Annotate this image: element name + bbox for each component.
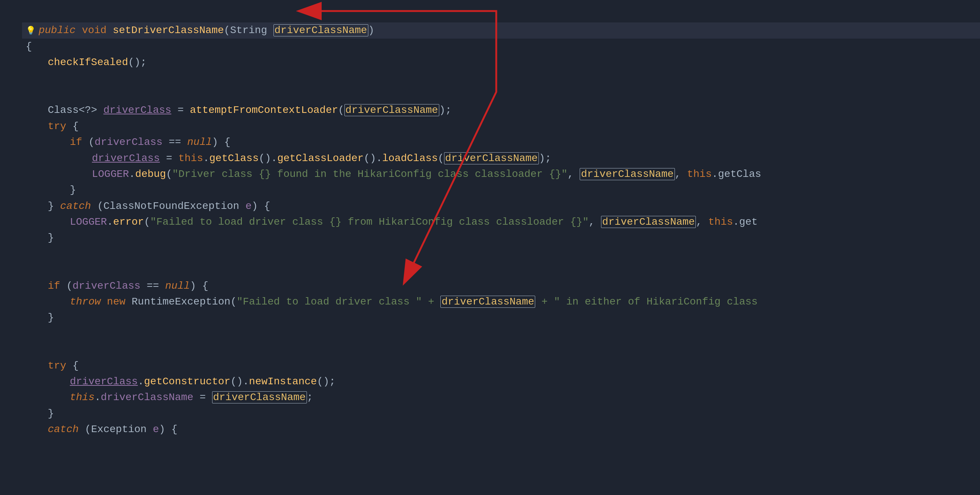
code-line-8: if (driverClass == null) { [22, 134, 980, 150]
code-editor: 💡public void setDriverClassName(String d… [0, 0, 980, 444]
code-line-11: } [22, 182, 980, 198]
code-line-1: 💡public void setDriverClassName(String d… [22, 22, 980, 38]
code-line-3: checkIfSealed(); [22, 54, 980, 70]
code-line-22: try { [22, 358, 980, 374]
highlighted-param: driverClassName [444, 152, 539, 164]
code-line-26: catch (Exception e) { [22, 422, 980, 437]
code-line-4 [22, 71, 980, 86]
code-line-15 [22, 246, 980, 262]
code-line-2: { [22, 38, 980, 54]
code-line-7: try { [22, 118, 980, 134]
highlighted-param: driverClassName [441, 296, 535, 308]
highlighted-param: driverClassName [580, 168, 675, 180]
code-line-25: } [22, 406, 980, 422]
code-line-12: } catch (ClassNotFoundException e) { [22, 198, 980, 214]
code-line-13: LOGGER.error("Failed to load driver clas… [22, 214, 980, 230]
code-line-24: this.driverClassName = driverClassName; [22, 390, 980, 405]
code-line-10: LOGGER.debug("Driver class {} found in t… [22, 166, 980, 182]
code-line-6: Class<?> driverClass = attemptFromContex… [22, 102, 980, 118]
highlighted-param: driverClassName [274, 24, 368, 37]
highlighted-param: driverClassName [212, 391, 307, 403]
code-line-5 [22, 86, 980, 102]
code-line-14: } [22, 230, 980, 246]
highlighted-param: driverClassName [344, 104, 439, 116]
code-line-18: throw new RuntimeException("Failed to lo… [22, 294, 980, 310]
bulb-icon: 💡 [26, 27, 36, 36]
code-line-19: } [22, 310, 980, 325]
code-line-23: driverClass.getConstructor().newInstance… [22, 374, 980, 390]
code-line-16 [22, 262, 980, 278]
code-line-9: driverClass = this.getClass().getClassLo… [22, 150, 980, 166]
code-line-17: if (driverClass == null) { [22, 278, 980, 294]
code-line-20 [22, 326, 980, 342]
code-line-21 [22, 342, 980, 358]
highlighted-param: driverClassName [601, 216, 696, 228]
